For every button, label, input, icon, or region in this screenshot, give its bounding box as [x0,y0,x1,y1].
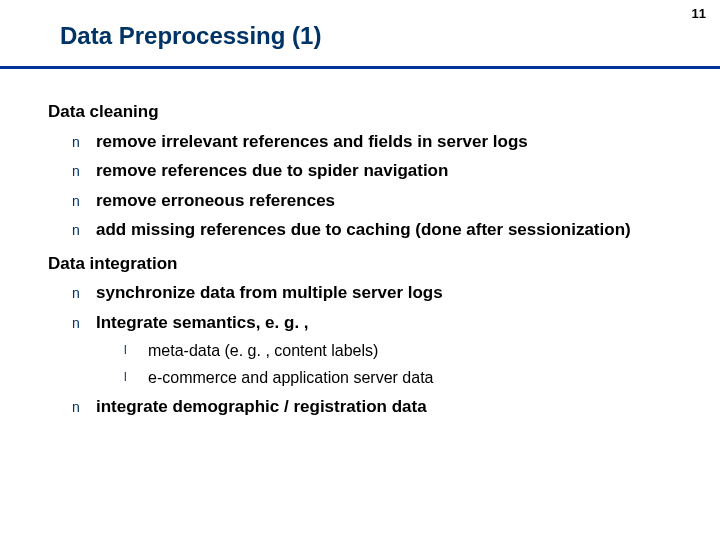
list-item-text: remove erroneous references [96,191,680,211]
title-underline [0,66,720,69]
bullet-n-icon: n [72,134,96,150]
list-item: n remove irrelevant references and field… [72,132,680,152]
slide: 11 Data Preprocessing (1) Data cleaning … [0,0,720,540]
list-item: n add missing references due to caching … [72,220,680,240]
list-item: n remove erroneous references [72,191,680,211]
sub-list-item-text: meta-data (e. g. , content labels) [148,342,680,360]
list-item: n remove references due to spider naviga… [72,161,680,181]
list-item-text: remove irrelevant references and fields … [96,132,680,152]
bullet-l-icon: l [124,371,148,385]
slide-body: Data cleaning n remove irrelevant refere… [48,88,680,427]
page-number: 11 [692,6,706,21]
sub-list-item-text: e-commerce and application server data [148,369,680,387]
section-heading: Data integration [48,254,680,274]
bullet-n-icon: n [72,315,96,331]
bullet-n-icon: n [72,163,96,179]
list-item-text: add missing references due to caching (d… [96,220,680,240]
bullet-n-icon: n [72,193,96,209]
bullet-n-icon: n [72,222,96,238]
list-item-text: synchronize data from multiple server lo… [96,283,680,303]
list-item-text: remove references due to spider navigati… [96,161,680,181]
sub-list-item: l e-commerce and application server data [124,369,680,387]
list-item: n integrate demographic / registration d… [72,397,680,417]
bullet-n-icon: n [72,399,96,415]
section-heading: Data cleaning [48,102,680,122]
bullet-l-icon: l [124,344,148,358]
list-item-text: Integrate semantics, e. g. , [96,313,680,333]
list-item-text: integrate demographic / registration dat… [96,397,680,417]
list-item: n synchronize data from multiple server … [72,283,680,303]
bullet-n-icon: n [72,285,96,301]
sub-list-item: l meta-data (e. g. , content labels) [124,342,680,360]
slide-title: Data Preprocessing (1) [60,22,321,50]
list-item: n Integrate semantics, e. g. , [72,313,680,333]
